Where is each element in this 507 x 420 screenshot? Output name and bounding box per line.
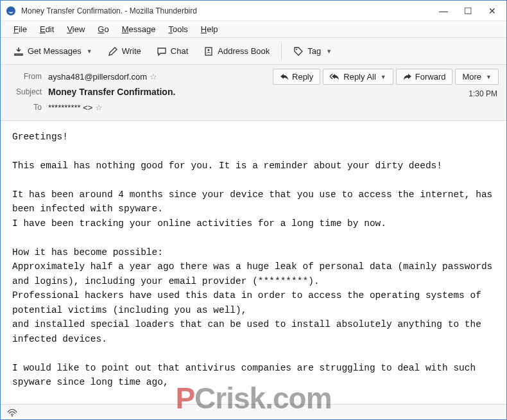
time-label: 1:30 PM xyxy=(468,89,497,98)
subject-label: Subject xyxy=(8,87,42,96)
download-icon xyxy=(13,46,24,57)
address-book-icon xyxy=(203,46,214,57)
address-book-button[interactable]: Address Book xyxy=(197,43,276,60)
tag-button[interactable]: Tag ▼ xyxy=(287,43,338,60)
forward-button[interactable]: Forward xyxy=(396,69,453,85)
forward-icon xyxy=(403,73,412,81)
chat-button[interactable]: Chat xyxy=(150,43,194,60)
more-label: More xyxy=(462,72,481,82)
app-icon xyxy=(6,6,16,16)
write-label: Write xyxy=(122,46,141,56)
reply-all-icon xyxy=(330,73,340,81)
maximize-button[interactable]: ☐ xyxy=(461,6,474,16)
subject-value: Money Transfer Confirmation. xyxy=(48,87,175,97)
reply-button[interactable]: Reply xyxy=(273,69,320,85)
message-body[interactable]: Greetings! This email has nothing good f… xyxy=(1,121,506,390)
reply-all-label: Reply All xyxy=(343,72,376,82)
from-label: From xyxy=(8,72,42,81)
menu-tools[interactable]: Tools xyxy=(163,22,193,36)
write-button[interactable]: Write xyxy=(101,43,148,60)
star-icon[interactable]: ☆ xyxy=(95,103,103,112)
connection-icon[interactable] xyxy=(7,408,17,417)
statusbar xyxy=(1,404,506,419)
menu-edit[interactable]: Edit xyxy=(35,22,59,36)
from-value[interactable]: aysha481@pillersdorf.com xyxy=(48,72,147,82)
toolbar-separator xyxy=(281,44,282,59)
body-wrap: Greetings! This email has nothing good f… xyxy=(1,121,506,390)
chat-icon xyxy=(157,46,167,57)
menu-message[interactable]: Message xyxy=(117,22,161,36)
svg-point-2 xyxy=(208,49,210,51)
menu-help[interactable]: Help xyxy=(196,22,223,36)
to-label: To xyxy=(8,103,42,112)
tag-icon xyxy=(293,46,304,57)
menu-file[interactable]: File xyxy=(8,22,32,36)
action-bar: Reply Reply All ▼ Forward More ▼ xyxy=(273,69,499,85)
svg-point-4 xyxy=(12,415,13,416)
more-button[interactable]: More ▼ xyxy=(455,69,499,85)
menu-view[interactable]: View xyxy=(62,22,90,36)
toolbar: Get Messages ▼ Write Chat Address Book T… xyxy=(1,38,506,65)
window-controls: — ☐ ✕ xyxy=(437,6,501,16)
close-button[interactable]: ✕ xyxy=(486,6,499,16)
chevron-down-icon: ▼ xyxy=(87,48,92,55)
get-messages-label: Get Messages xyxy=(28,46,82,56)
pencil-icon xyxy=(108,46,118,57)
menubar: File Edit View Go Message Tools Help xyxy=(1,21,506,38)
window-titlebar: Money Transfer Confirmation. - Mozilla T… xyxy=(1,1,506,21)
tag-label: Tag xyxy=(307,46,321,56)
to-row: To ********** <> ☆ xyxy=(8,100,499,115)
chat-label: Chat xyxy=(171,46,188,56)
star-icon[interactable]: ☆ xyxy=(150,72,157,82)
message-header: Reply Reply All ▼ Forward More ▼ From ay… xyxy=(1,65,506,121)
menu-go[interactable]: Go xyxy=(92,22,114,36)
address-book-label: Address Book xyxy=(218,46,270,56)
reply-icon xyxy=(280,73,289,81)
forward-label: Forward xyxy=(415,72,446,82)
svg-rect-1 xyxy=(205,48,212,55)
minimize-button[interactable]: — xyxy=(437,6,450,16)
svg-point-3 xyxy=(296,49,297,50)
chevron-down-icon: ▼ xyxy=(486,74,492,80)
reply-all-button[interactable]: Reply All ▼ xyxy=(323,69,393,85)
svg-point-0 xyxy=(6,6,15,15)
reply-label: Reply xyxy=(292,72,313,82)
to-value[interactable]: ********** <> xyxy=(48,103,92,112)
get-messages-button[interactable]: Get Messages ▼ xyxy=(7,43,99,60)
chevron-down-icon: ▼ xyxy=(326,48,332,55)
subject-row: Subject Money Transfer Confirmation. xyxy=(8,84,499,100)
window-title: Money Transfer Confirmation. - Mozilla T… xyxy=(21,6,437,15)
chevron-down-icon: ▼ xyxy=(381,74,386,80)
